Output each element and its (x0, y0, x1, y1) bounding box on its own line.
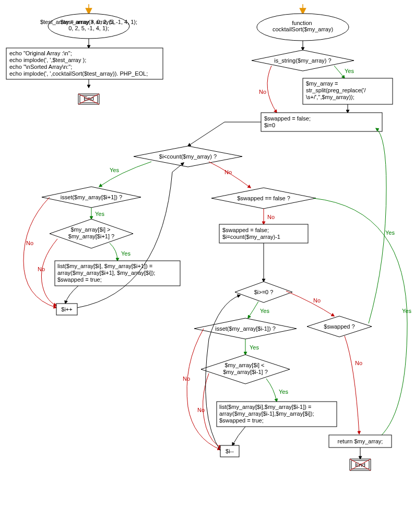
proc-inc-text: $i++ (61, 306, 72, 312)
edge-bwd-no (286, 291, 334, 316)
lbl-fwd-no: No (224, 169, 232, 175)
dec-isset-prev-text: isset($my_array[$i-1]) ? (215, 325, 276, 332)
dec-swapped-false-text: $swapped == false ? (237, 195, 290, 201)
flowchart-canvas: $test_array = array(3, 0, 2, 5, -1, 4, 1… (0, 0, 414, 532)
lbl-issetnext-no: No (26, 240, 33, 246)
lbl-gt-yes: Yes (121, 250, 131, 257)
dec-fwd-loop-text: $i<count($my_array) ? (159, 153, 217, 160)
edge-gt-yes (110, 243, 117, 261)
lbl-swf-yes: Yes (402, 308, 411, 314)
lbl-gt-no: No (38, 266, 45, 272)
left-end-label: End (84, 95, 94, 102)
dec-isset-next-text: isset($my_array[$i+1]) ? (61, 194, 122, 200)
right-end-node: End (350, 459, 371, 470)
edge-bwd-yes (248, 301, 258, 318)
lbl-swapped-yes: Yes (385, 229, 395, 236)
left-end-node: End (78, 94, 99, 104)
edge-fwd-yes (99, 162, 151, 187)
lbl-isstring-yes: Yes (345, 68, 354, 74)
dec-lt-text: $my_array[$i] < $my_array[$i-1] ? (223, 362, 268, 375)
lbl-issetprev-yes: Yes (250, 344, 259, 350)
edge-swapbwd-dec (232, 427, 245, 445)
edge-swapped-yes (369, 128, 386, 323)
lbl-lt-yes: Yes (279, 389, 288, 395)
edge-issetnext-no (23, 197, 56, 308)
edge-swapfwd-inc (65, 286, 78, 304)
edge-isstring-yes (334, 66, 345, 78)
dec-gt-text: $my_array[$i] > $my_array[$i+1] ? (68, 226, 114, 239)
lbl-swf-no: No (267, 214, 275, 220)
edge-issetprev-no (187, 329, 220, 450)
dec-swapped-text: $swapped ? (324, 323, 354, 330)
lbl-issetprev-no: No (183, 376, 190, 382)
lbl-lt-no: No (197, 407, 205, 413)
proc-dec-text: $i-- (226, 448, 234, 454)
lbl-swapped-no: No (355, 360, 362, 366)
edge-lt-yes (266, 379, 277, 402)
lbl-isstring-no: No (259, 89, 266, 95)
proc-return-text: return $my_array; (338, 438, 383, 444)
edge-swapped-no (345, 336, 359, 434)
edge-init-fwdloop (188, 122, 261, 146)
lbl-fwd-yes: Yes (110, 167, 119, 173)
dec-bwd-loop-text: $i>=0 ? (254, 289, 274, 295)
left-start-text-line1: $test_array = array(3, 0, 2, 5, -1, 4, 1… (61, 19, 117, 31)
lbl-bwd-no: No (313, 297, 321, 304)
right-end-label: End (355, 462, 365, 468)
edge-isstring-no (267, 66, 277, 113)
dec-is-string-text: is_string($my_array) ? (274, 57, 331, 64)
lbl-issetnext-yes: Yes (95, 211, 104, 217)
lbl-bwd-yes: Yes (260, 308, 269, 314)
